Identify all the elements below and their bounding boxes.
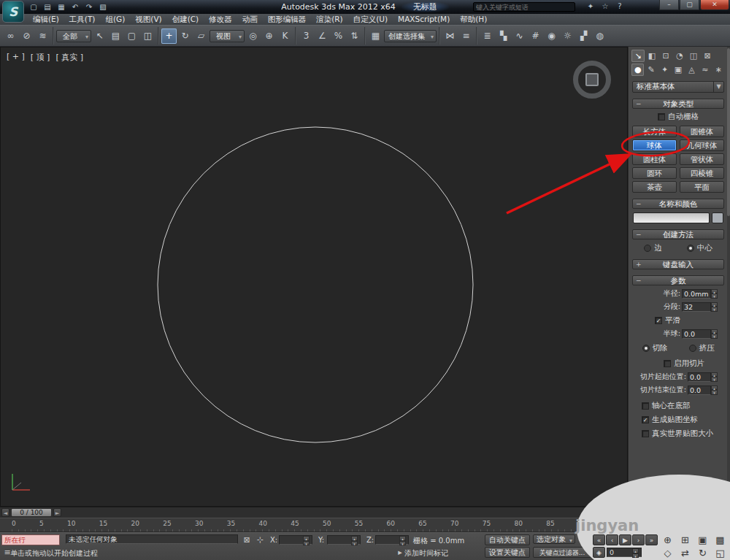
favorites-icon[interactable]: ☆: [600, 1, 610, 12]
search-input[interactable]: [473, 2, 575, 12]
spinner-snap-icon[interactable]: ⇅: [347, 28, 362, 44]
viewport-menu-general[interactable]: [ + ]: [7, 52, 25, 63]
application-menu-button[interactable]: S: [2, 1, 24, 23]
render-production-icon[interactable]: ◍: [592, 28, 607, 44]
menu-item[interactable]: 修改器: [204, 14, 237, 25]
transform-typein-mode-icon[interactable]: ⊹: [254, 534, 266, 545]
project-folder-icon[interactable]: ▧: [97, 1, 109, 12]
hemisphere-input[interactable]: 0.0: [682, 329, 711, 339]
menu-item[interactable]: 创建(C): [167, 14, 204, 25]
plane-button[interactable]: 平面: [680, 181, 724, 193]
shapes-category-icon[interactable]: ✎: [645, 64, 657, 76]
menu-item[interactable]: 组(G): [100, 14, 130, 25]
zoom-extents-all-icon[interactable]: ▩: [712, 534, 729, 546]
y-spinner[interactable]: [351, 536, 358, 544]
layer-manager-icon[interactable]: ≣: [480, 28, 495, 44]
play-animation-icon[interactable]: ▶: [619, 534, 631, 545]
selection-filter-dropdown[interactable]: 全部: [56, 30, 91, 42]
minimize-button[interactable]: –: [659, 0, 679, 10]
reference-coord-dropdown[interactable]: 视图: [210, 30, 245, 42]
cameras-category-icon[interactable]: ▣: [672, 64, 684, 76]
y-coordinate-field[interactable]: [327, 535, 361, 545]
rollout-name-color[interactable]: −名称和颜色: [632, 199, 724, 209]
motion-tab-icon[interactable]: ◔: [673, 50, 686, 62]
cylinder-button[interactable]: 圆柱体: [632, 153, 677, 165]
autogrid-checkbox[interactable]: [658, 113, 665, 120]
rollout-parameters[interactable]: −参数: [632, 275, 724, 285]
z-spinner[interactable]: [399, 536, 406, 544]
zoom-extents-icon[interactable]: ▣: [694, 534, 711, 546]
viewport-top[interactable]: [ + ][ 顶 ][ 真实 ]: [0, 47, 628, 507]
orbit-icon[interactable]: ↻: [694, 547, 711, 559]
generate-mapping-checkbox[interactable]: [642, 416, 649, 423]
modify-tab-icon[interactable]: ◧: [645, 50, 658, 62]
snap-toggle-3d-icon[interactable]: 3: [299, 28, 314, 44]
close-button[interactable]: ✕: [700, 0, 729, 10]
pyramid-button[interactable]: 四棱锥: [680, 167, 724, 179]
slice-from-input[interactable]: 0.0: [688, 372, 711, 382]
menu-item[interactable]: 工具(T): [64, 14, 101, 25]
angle-snap-icon[interactable]: ∠: [315, 28, 330, 44]
smooth-checkbox[interactable]: [655, 317, 662, 324]
selected-filter-dropdown[interactable]: 选定对象: [533, 534, 575, 544]
go-to-start-icon[interactable]: «: [593, 534, 605, 545]
material-editor-icon[interactable]: ◉: [544, 28, 559, 44]
auto-key-button[interactable]: 自动关键点: [485, 534, 530, 545]
zoom-icon[interactable]: ⊕: [659, 534, 676, 546]
maximize-viewport-icon[interactable]: ◱: [712, 547, 729, 559]
slice-from-spinner[interactable]: [711, 372, 718, 382]
select-and-scale-icon[interactable]: ▱: [193, 28, 209, 44]
menu-item[interactable]: 图形编辑器: [263, 14, 312, 25]
torus-button[interactable]: 圆环: [632, 167, 677, 179]
named-selection-sets-dropdown[interactable]: 创建选择集: [384, 30, 437, 42]
primitive-category-dropdown[interactable]: 标准基本体 ▼: [632, 81, 724, 93]
select-and-rotate-icon[interactable]: ↻: [177, 28, 193, 44]
panel-scrollbar-thumb[interactable]: [727, 48, 730, 216]
time-forward-arrow[interactable]: ►: [53, 508, 61, 517]
add-time-tag[interactable]: 添加时间标记: [404, 548, 448, 559]
key-mode-toggle-icon[interactable]: ◈: [593, 547, 605, 558]
object-name-input[interactable]: [633, 212, 710, 223]
zoom-all-icon[interactable]: ⊞: [677, 534, 694, 546]
menu-item[interactable]: 帮助(H): [455, 14, 492, 25]
current-frame-field[interactable]: 0: [607, 548, 642, 557]
display-tab-icon[interactable]: ◫: [687, 50, 700, 62]
cone-button[interactable]: 圆锥体: [680, 126, 724, 137]
center-radio[interactable]: [687, 245, 694, 252]
segments-input[interactable]: 32: [682, 302, 711, 312]
schematic-view-icon[interactable]: #: [528, 28, 543, 44]
maxscript-mini-listener[interactable]: 所在行: [1, 534, 60, 545]
select-and-move-icon[interactable]: +: [161, 28, 177, 44]
curve-editor-icon[interactable]: ∿: [512, 28, 527, 44]
box-button[interactable]: 长方体: [632, 126, 677, 137]
menu-item[interactable]: 渲染(R): [311, 14, 348, 25]
graphite-ribbon-icon[interactable]: ▚: [496, 28, 511, 44]
spacewarps-category-icon[interactable]: ≈: [699, 64, 711, 76]
geosphere-button[interactable]: 几何球体: [680, 139, 724, 151]
panel-scrollbar[interactable]: [727, 47, 730, 518]
radius-spinner[interactable]: [711, 289, 718, 299]
set-key-button[interactable]: 设置关键点: [485, 547, 530, 558]
viewport-menu-view[interactable]: [ 顶 ]: [31, 52, 50, 63]
rollout-keyboard-entry[interactable]: +键盘输入: [632, 259, 724, 269]
rectangular-selection-icon[interactable]: ▢: [124, 28, 139, 44]
select-by-name-icon[interactable]: ▤: [108, 28, 123, 44]
menu-item[interactable]: MAXScript(M): [393, 14, 455, 25]
mirror-icon[interactable]: ⋈: [442, 28, 458, 44]
slice-to-input[interactable]: 0.0: [688, 386, 711, 395]
go-to-end-icon[interactable]: »: [645, 534, 658, 545]
edge-radio[interactable]: [644, 245, 651, 252]
menu-item[interactable]: 动画: [237, 14, 263, 25]
squash-radio[interactable]: [689, 345, 696, 352]
helpers-category-icon[interactable]: ◬: [685, 64, 698, 76]
steering-wheel-icon[interactable]: [573, 61, 611, 99]
percent-snap-icon[interactable]: %: [331, 28, 346, 44]
utilities-tab-icon[interactable]: ⊠: [701, 50, 714, 62]
z-coordinate-field[interactable]: [375, 535, 409, 545]
systems-category-icon[interactable]: ∗: [712, 64, 725, 76]
rendered-frame-icon[interactable]: ▞: [576, 28, 591, 44]
maximize-button[interactable]: ▢: [680, 0, 699, 10]
chop-radio[interactable]: [642, 345, 650, 352]
segments-spinner[interactable]: [711, 302, 718, 312]
keyboard-override-icon[interactable]: K: [277, 28, 293, 44]
